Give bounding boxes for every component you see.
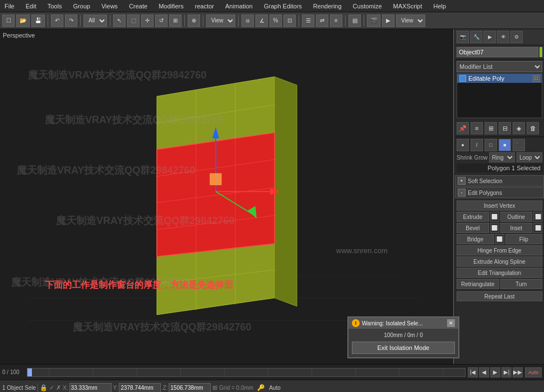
coord-mode-icon[interactable]: ⊞ bbox=[212, 384, 217, 391]
snap-toggle[interactable]: ⧈ bbox=[241, 15, 254, 27]
menu-maxscript[interactable]: MAXScript bbox=[391, 2, 425, 11]
element-mode-btn[interactable]: ⬛ bbox=[513, 139, 525, 151]
panel-tab-scene[interactable]: 📷 bbox=[457, 31, 469, 43]
named-sel[interactable]: ☰ bbox=[302, 15, 314, 27]
border-mode-btn[interactable]: □ bbox=[485, 139, 497, 151]
soft-selection-toggle[interactable]: + bbox=[458, 177, 466, 185]
go-to-start-btn[interactable]: |◀ bbox=[468, 367, 478, 377]
angle-snap[interactable]: ∡ bbox=[255, 15, 268, 27]
flip-btn[interactable]: Flip bbox=[505, 234, 543, 244]
reference-coord[interactable]: ⊕ bbox=[188, 15, 200, 27]
object-color-swatch[interactable] bbox=[540, 47, 542, 57]
extrude-settings-btn[interactable]: ⬜ bbox=[490, 212, 499, 222]
next-frame-btn[interactable]: ▶| bbox=[501, 367, 512, 377]
select-region[interactable]: ⬚ bbox=[127, 15, 140, 27]
modifier-checkbox[interactable] bbox=[459, 75, 466, 82]
menu-graph-editors[interactable]: Graph Editors bbox=[262, 2, 304, 11]
vertex-mode-btn[interactable]: ● bbox=[457, 139, 469, 151]
edit-polygons-toggle[interactable]: - bbox=[458, 189, 466, 197]
loop-dropdown[interactable]: Loop bbox=[517, 152, 542, 162]
retriangulate-btn[interactable]: Retriangulate bbox=[457, 279, 499, 289]
soft-selection-header[interactable]: + Soft Selection bbox=[455, 175, 544, 186]
turn-btn[interactable]: Turn bbox=[500, 279, 543, 289]
configure-modifier-sets[interactable]: ≡ bbox=[471, 122, 483, 134]
menu-file[interactable]: File bbox=[2, 2, 17, 11]
extrude-btn[interactable]: Extrude bbox=[457, 212, 489, 222]
z-input[interactable] bbox=[169, 383, 211, 393]
menu-edit[interactable]: Edit bbox=[24, 2, 39, 11]
modifier-list-dropdown[interactable]: Modifier List bbox=[457, 61, 542, 72]
play-btn[interactable]: ▶ bbox=[490, 367, 500, 377]
toolbar-undo[interactable]: ↶ bbox=[51, 15, 63, 27]
lock-icon[interactable]: 🔒 bbox=[40, 384, 48, 391]
render-view-dropdown[interactable]: View bbox=[396, 15, 425, 27]
toolbar-open[interactable]: 📂 bbox=[16, 15, 30, 27]
exit-isolation-mode-btn[interactable]: Exit Isolation Mode bbox=[352, 342, 455, 354]
show-modifier-results[interactable]: ⊟ bbox=[499, 122, 511, 134]
render-setup[interactable]: 🎬 bbox=[367, 15, 380, 27]
hinge-from-edge-btn[interactable]: Hinge From Edge bbox=[457, 245, 542, 255]
render-prod[interactable]: ▶ bbox=[382, 15, 394, 27]
viewport[interactable]: Perspective bbox=[0, 29, 454, 364]
timeline-slider[interactable] bbox=[27, 368, 466, 377]
bridge-settings-btn[interactable]: ⬜ bbox=[495, 234, 504, 244]
remove-modifier[interactable]: 🗑 bbox=[527, 122, 539, 134]
menu-modifiers[interactable]: Modifiers bbox=[156, 2, 186, 11]
spinner-snap[interactable]: ⊡ bbox=[283, 15, 296, 27]
ring-dropdown[interactable]: Ring bbox=[489, 152, 515, 162]
x-input[interactable] bbox=[69, 383, 111, 393]
toolbar-save[interactable]: 💾 bbox=[31, 15, 45, 27]
panel-tab-display[interactable]: 👁 bbox=[497, 31, 509, 43]
y-input[interactable] bbox=[119, 383, 161, 393]
panel-tab-motion[interactable]: ▶ bbox=[483, 31, 496, 43]
bevel-btn[interactable]: Bevel bbox=[457, 223, 489, 233]
menu-help[interactable]: Help bbox=[431, 2, 449, 11]
warning-close-btn[interactable]: ✕ bbox=[447, 319, 455, 327]
mirror[interactable]: ⇌ bbox=[316, 15, 328, 27]
scale-tool[interactable]: ⊞ bbox=[169, 15, 182, 27]
repeat-last-btn[interactable]: Repeat Last bbox=[457, 291, 542, 301]
prev-frame-btn[interactable]: ◀ bbox=[479, 367, 489, 377]
edge-mode-btn[interactable]: / bbox=[471, 139, 483, 151]
object-name-input[interactable] bbox=[457, 47, 538, 57]
inset-settings-btn[interactable]: ⬜ bbox=[533, 223, 542, 233]
show-all-subtrees[interactable]: ⊞ bbox=[485, 122, 497, 134]
menu-reactor[interactable]: reactor bbox=[193, 2, 216, 11]
move-tool[interactable]: ✛ bbox=[141, 15, 154, 27]
toolbar-new[interactable]: ☐ bbox=[2, 15, 15, 27]
insert-vertex-btn[interactable]: Insert Vertex bbox=[457, 200, 542, 211]
bridge-btn[interactable]: Bridge bbox=[457, 234, 494, 244]
make-unique[interactable]: ◈ bbox=[513, 122, 525, 134]
auto-key-btn[interactable]: Auto bbox=[525, 367, 542, 377]
layer-manager[interactable]: ▤ bbox=[348, 15, 361, 27]
panel-tab-utilities[interactable]: ⚙ bbox=[510, 31, 523, 43]
menu-create[interactable]: Create bbox=[127, 2, 150, 11]
menu-customize[interactable]: Customize bbox=[351, 2, 384, 11]
modifier-editable-poly[interactable]: Editable Poly □ bbox=[457, 74, 542, 83]
inset-btn[interactable]: Inset bbox=[500, 223, 533, 233]
modifier-expand-btn[interactable]: □ bbox=[533, 75, 540, 82]
menu-group[interactable]: Group bbox=[71, 2, 92, 11]
menu-animation[interactable]: Animation bbox=[223, 2, 255, 11]
extrude-along-spline-btn[interactable]: Extrude Along Spline bbox=[457, 256, 542, 267]
view-dropdown[interactable]: View bbox=[206, 15, 235, 27]
transform-cancel-icon[interactable]: ✗ bbox=[56, 384, 61, 391]
selection-filter-dropdown[interactable]: All bbox=[83, 15, 107, 27]
toolbar-redo[interactable]: ↷ bbox=[65, 15, 77, 27]
bevel-settings-btn[interactable]: ⬜ bbox=[490, 223, 499, 233]
go-to-end-btn[interactable]: ▶▶ bbox=[513, 367, 523, 377]
outline-settings-btn[interactable]: ⬜ bbox=[533, 212, 542, 222]
transform-confirm-icon[interactable]: ✓ bbox=[49, 384, 54, 391]
percent-snap[interactable]: % bbox=[269, 15, 282, 27]
menu-views[interactable]: Views bbox=[99, 2, 120, 11]
key-icon[interactable]: 🔑 bbox=[257, 384, 265, 391]
outline-btn[interactable]: Outline bbox=[500, 212, 533, 222]
menu-rendering[interactable]: Rendering bbox=[311, 2, 344, 11]
pin-stack-btn[interactable]: 📌 bbox=[457, 122, 469, 134]
edit-polygons-header[interactable]: - Edit Polygons bbox=[455, 187, 544, 198]
align[interactable]: ≡ bbox=[330, 15, 342, 27]
rotate-tool[interactable]: ↺ bbox=[155, 15, 168, 27]
panel-tab-hierarchy[interactable]: 🔧 bbox=[470, 31, 482, 43]
edit-triangulation-btn[interactable]: Edit Triangulation bbox=[457, 268, 542, 278]
polygon-mode-btn[interactable]: ■ bbox=[499, 139, 511, 151]
